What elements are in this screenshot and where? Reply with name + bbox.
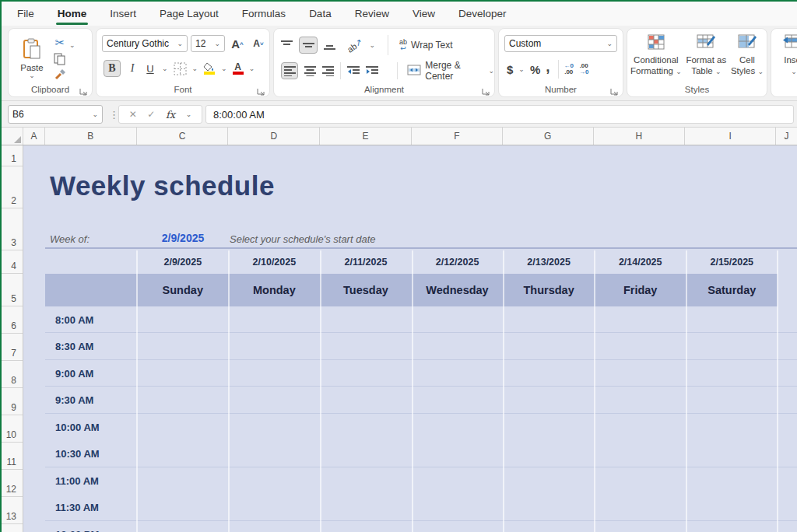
row-header[interactable]: 3 bbox=[2, 208, 23, 250]
decrease-decimal-button[interactable]: .00→0 bbox=[579, 63, 588, 75]
row-header[interactable]: 1 bbox=[2, 145, 23, 166]
column-header-d[interactable]: D bbox=[228, 128, 320, 145]
time-cell[interactable]: 12:00 PM bbox=[45, 521, 137, 532]
increase-indent-icon[interactable] bbox=[366, 65, 378, 76]
time-cell[interactable]: 9:30 AM bbox=[45, 387, 137, 415]
number-dialog-launcher-icon[interactable] bbox=[610, 85, 618, 93]
cut-icon[interactable]: ✂ bbox=[54, 36, 66, 50]
row-header[interactable]: 4 bbox=[2, 250, 23, 274]
row-header[interactable] bbox=[2, 524, 23, 532]
underline-dropdown-icon[interactable]: ⌄ bbox=[162, 65, 168, 72]
select-all-corner[interactable] bbox=[2, 128, 23, 145]
column-header-j[interactable]: J bbox=[776, 128, 797, 145]
bottom-align-icon[interactable] bbox=[324, 40, 335, 51]
tab-home[interactable]: Home bbox=[58, 2, 87, 26]
percent-format-button[interactable]: % bbox=[530, 63, 540, 76]
formula-input[interactable]: 8:00:00 AM bbox=[205, 105, 794, 124]
date-cell[interactable]: 2/11/2025 bbox=[320, 250, 412, 274]
day-header-cell[interactable]: Thursday bbox=[503, 274, 595, 306]
row-header[interactable]: 8 bbox=[2, 361, 23, 388]
copy-dropdown-icon[interactable]: ⌄ bbox=[69, 42, 75, 49]
row-header[interactable]: 12 bbox=[2, 470, 23, 497]
currency-format-button[interactable]: $ bbox=[507, 63, 513, 76]
date-cell[interactable]: 2/10/2025 bbox=[229, 250, 321, 274]
borders-icon[interactable] bbox=[174, 62, 187, 75]
top-align-icon[interactable] bbox=[281, 40, 293, 51]
fill-color-dropdown-icon[interactable]: ⌄ bbox=[221, 65, 227, 72]
column-header-b[interactable]: B bbox=[45, 128, 137, 145]
clipboard-dialog-launcher-icon[interactable] bbox=[79, 85, 87, 93]
tab-data[interactable]: Data bbox=[309, 2, 332, 26]
date-cell[interactable]: 2/14/2025 bbox=[595, 250, 686, 274]
column-header-g[interactable]: G bbox=[503, 128, 594, 145]
column-header-h[interactable]: H bbox=[594, 128, 686, 145]
bold-button[interactable]: B bbox=[104, 60, 121, 77]
row-header[interactable]: 6 bbox=[2, 306, 23, 334]
day-header-cell[interactable]: Sunday bbox=[137, 274, 229, 306]
tab-page-layout[interactable]: Page Layout bbox=[160, 2, 219, 26]
number-format-select[interactable]: Custom ⌄ bbox=[504, 35, 617, 52]
day-header-cell[interactable]: Saturday bbox=[686, 274, 778, 306]
date-cell[interactable]: 2/13/2025 bbox=[503, 250, 595, 274]
date-cell[interactable]: 2/15/2025 bbox=[686, 250, 778, 274]
name-box[interactable]: B6 ⌄ bbox=[8, 105, 103, 124]
decrease-font-size-button[interactable]: A˅ bbox=[250, 35, 267, 52]
fill-color-icon[interactable] bbox=[203, 62, 216, 75]
insert-function-icon[interactable]: fx bbox=[166, 109, 175, 121]
align-right-icon[interactable] bbox=[322, 65, 334, 76]
font-color-dropdown-icon[interactable]: ⌄ bbox=[249, 65, 255, 72]
time-cell[interactable]: 11:30 AM bbox=[45, 495, 137, 522]
schedule-grid[interactable] bbox=[45, 306, 797, 532]
date-cell[interactable]: 2/9/2025 bbox=[137, 250, 229, 274]
italic-button[interactable]: I bbox=[126, 60, 139, 77]
merge-center-button[interactable]: Merge & Center ⌄ bbox=[407, 60, 494, 82]
day-header-cell[interactable]: Monday bbox=[229, 274, 321, 306]
day-header-cell[interactable]: Friday bbox=[595, 274, 686, 306]
row-header[interactable]: 9 bbox=[2, 388, 23, 415]
format-as-table-button[interactable]: Format as Table ⌄ bbox=[686, 29, 726, 76]
middle-align-icon[interactable] bbox=[299, 37, 318, 54]
row-header[interactable]: 5 bbox=[2, 274, 23, 306]
row-header[interactable]: 11 bbox=[2, 443, 23, 470]
alignment-dialog-launcher-icon[interactable] bbox=[482, 85, 490, 93]
orientation-icon[interactable]: ab↗ bbox=[345, 37, 364, 54]
borders-dropdown-icon[interactable]: ⌄ bbox=[192, 65, 198, 72]
font-dialog-launcher-icon[interactable] bbox=[257, 85, 265, 93]
tab-review[interactable]: Review bbox=[355, 2, 389, 26]
align-left-icon[interactable] bbox=[281, 62, 298, 79]
time-cell[interactable]: 8:30 AM bbox=[45, 334, 137, 361]
font-color-icon[interactable]: A bbox=[233, 62, 244, 75]
time-cell[interactable]: 8:00 AM bbox=[45, 306, 137, 334]
row-header[interactable]: 2 bbox=[2, 166, 23, 208]
decrease-indent-icon[interactable] bbox=[347, 65, 360, 76]
start-date-cell[interactable]: 2/9/2025 bbox=[137, 228, 229, 248]
tab-insert[interactable]: Insert bbox=[110, 2, 136, 26]
row-header[interactable]: 7 bbox=[2, 334, 23, 361]
day-header-cell[interactable]: Wednesday bbox=[412, 274, 504, 306]
time-cell[interactable]: 10:30 AM bbox=[45, 441, 137, 468]
comma-format-button[interactable]: , bbox=[546, 58, 549, 75]
enter-icon[interactable]: ✓ bbox=[147, 109, 155, 120]
column-header-a[interactable]: A bbox=[23, 128, 45, 145]
currency-dropdown-icon[interactable]: ⌄ bbox=[518, 66, 525, 73]
insert-cells-button[interactable]: Inser⌄ bbox=[771, 29, 797, 76]
increase-font-size-button[interactable]: A˄ bbox=[228, 35, 247, 52]
tab-developer[interactable]: Developer bbox=[458, 2, 507, 26]
time-cell[interactable]: 11:00 AM bbox=[45, 467, 137, 495]
column-header-c[interactable]: C bbox=[137, 128, 229, 145]
worksheet[interactable]: Weekly schedule Week of: 2/9/2025 Select… bbox=[2, 145, 797, 532]
column-header-f[interactable]: F bbox=[412, 128, 503, 145]
copy-icon[interactable] bbox=[54, 53, 66, 65]
time-cell[interactable]: 10:00 AM bbox=[45, 414, 137, 441]
column-header-e[interactable]: E bbox=[320, 128, 412, 145]
align-center-icon[interactable] bbox=[304, 65, 316, 76]
date-cell[interactable]: 2/12/2025 bbox=[412, 250, 504, 274]
cancel-icon[interactable]: ✕ bbox=[129, 109, 137, 120]
orientation-dropdown-icon[interactable]: ⌄ bbox=[369, 42, 375, 49]
increase-decimal-button[interactable]: ←0.00 bbox=[564, 63, 574, 75]
tab-formulas[interactable]: Formulas bbox=[242, 2, 286, 26]
time-cell[interactable]: 9:00 AM bbox=[45, 360, 137, 387]
cell-styles-button[interactable]: Cell Styles ⌄ bbox=[731, 29, 764, 76]
format-painter-icon[interactable] bbox=[54, 68, 66, 81]
tab-file[interactable]: File bbox=[17, 2, 34, 26]
